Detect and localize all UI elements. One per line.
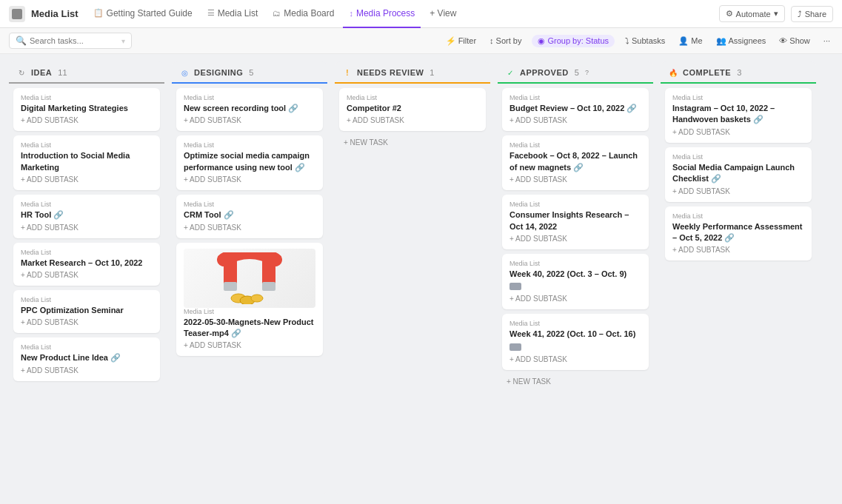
column-header-idea: ↻ IDEA 11 [9,61,164,84]
complete-icon: 🔥 [668,67,678,78]
card-designing-3: Media List CRM Tool 🔗 + ADD SUBTASK [176,195,323,238]
tab-icon-media-list: ☰ [207,8,215,18]
add-subtask-designing-1[interactable]: + ADD SUBTASK [184,114,315,125]
search-box[interactable]: 🔍 ▾ [9,33,132,49]
assignees-icon: 👥 [716,36,726,46]
add-subtask-idea-1[interactable]: + ADD SUBTASK [21,114,153,125]
add-subtask-needs-review-1[interactable]: + ADD SUBTASK [347,114,478,125]
me-button[interactable]: 👤 Me [675,35,705,47]
nav-actions: ⚙ Automate ▾ ⤴ Share [719,5,833,22]
sort-button[interactable]: ↕ Sort by [487,35,524,47]
add-subtask-designing-4[interactable]: + ADD SUBTASK [184,339,315,350]
filter-icon: ⚡ [446,36,456,46]
add-subtask-designing-2[interactable]: + ADD SUBTASK [184,173,315,184]
card-approved-5: Media List Week 41, 2022 (Oct. 10 – Oct.… [502,314,649,369]
add-subtask-approved-3[interactable]: + ADD SUBTASK [509,232,641,243]
chevron-down-icon: ▾ [774,9,778,19]
tab-view-add[interactable]: + View [424,0,462,28]
designing-icon: ◎ [179,67,190,78]
column-approved: ✓ APPROVED 5 ? Media List Budget Review … [498,61,653,494]
card-idea-6: Media List New Product Line Idea 🔗 + ADD… [13,337,160,380]
needs-review-icon: ! [342,67,352,78]
svg-point-6 [251,295,263,302]
add-subtask-approved-2[interactable]: + ADD SUBTASK [509,173,641,184]
column-body-approved: Media List Budget Review – Oct 10, 2022 … [498,84,653,494]
app-logo [9,6,25,22]
card-approved-1: Media List Budget Review – Oct 10, 2022 … [502,88,649,131]
card-idea-5: Media List PPC Optimization Seminar + AD… [13,290,160,333]
chevron-down-icon: ▾ [121,37,125,45]
new-task-approved[interactable]: + NEW TASK [502,374,649,389]
svg-rect-2 [224,282,237,291]
column-body-designing: Media List New screen recording tool 🔗 +… [172,84,327,494]
add-subtask-idea-3[interactable]: + ADD SUBTASK [21,221,153,232]
sort-icon: ↕ [490,36,494,45]
more-button[interactable]: ··· [821,35,833,47]
group-button[interactable]: ◉ Group by: Status [532,35,615,47]
assignees-button[interactable]: 👥 Assignees [713,35,769,47]
automate-button[interactable]: ⚙ Automate ▾ [719,5,785,22]
add-subtask-complete-3[interactable]: + ADD SUBTASK [672,243,804,255]
add-subtask-approved-1[interactable]: + ADD SUBTASK [509,114,641,125]
tab-media-board[interactable]: 🗂 Media Board [267,0,340,28]
toolbar: 🔍 ▾ ⚡ Filter ↕ Sort by ◉ Group by: Statu… [0,28,842,54]
search-input[interactable] [30,36,118,45]
subtasks-button[interactable]: ⤵ Subtasks [622,35,668,47]
column-header-needs-review: ! NEEDS REVIEW 1 [335,61,490,84]
add-subtask-idea-2[interactable]: + ADD SUBTASK [21,173,153,184]
column-body-needs-review: Media List Competitor #2 + ADD SUBTASK +… [335,84,490,494]
card-complete-3: Media List Weekly Performance Assessment… [665,206,812,261]
share-icon: ⤴ [798,10,802,19]
approved-icon: ✓ [505,67,515,78]
column-complete: 🔥 COMPLETE 3 Media List Instagram – Oct … [661,61,816,494]
column-designing: ◎ DESIGNING 5 Media List New screen reco… [172,61,327,494]
column-idea: ↻ IDEA 11 Media List Digital Marketing S… [9,61,164,494]
automate-icon: ⚙ [726,9,733,19]
card-approved-2: Media List Facebook – Oct 8, 2022 – Laun… [502,135,649,190]
column-header-approved: ✓ APPROVED 5 ? [498,61,653,84]
filter-button[interactable]: ⚡ Filter [443,35,479,47]
add-subtask-approved-4[interactable]: + ADD SUBTASK [509,292,641,303]
card-designing-4: Media List 2022-05-30-Magnets-New Produc… [176,243,323,357]
add-subtask-idea-5[interactable]: + ADD SUBTASK [21,316,153,327]
card-approved-4: Media List Week 40, 2022 (Oct. 3 – Oct. … [502,254,649,309]
badge-approved-4 [509,283,521,290]
svg-rect-3 [262,282,275,291]
tab-media-process[interactable]: ↕ Media Process [343,0,421,28]
card-designing-2: Media List Optimize social media campaig… [176,135,323,190]
add-subtask-designing-3[interactable]: + ADD SUBTASK [184,221,315,232]
tab-media-list[interactable]: ☰ Media List [201,0,264,28]
card-idea-2: Media List Introduction to Social Media … [13,135,160,190]
card-designing-1: Media List New screen recording tool 🔗 +… [176,88,323,131]
card-needs-review-1: Media List Competitor #2 + ADD SUBTASK [339,88,486,131]
add-subtask-complete-1[interactable]: + ADD SUBTASK [672,126,804,137]
search-icon: 🔍 [16,36,27,46]
eye-icon: 👁 [779,36,787,45]
add-subtask-idea-6[interactable]: + ADD SUBTASK [21,364,153,375]
card-complete-2: Media List Social Media Campaign Launch … [665,147,812,202]
add-subtask-approved-5[interactable]: + ADD SUBTASK [509,353,641,364]
card-approved-3: Media List Consumer Insights Research – … [502,195,649,249]
column-header-designing: ◎ DESIGNING 5 [172,61,327,84]
me-icon: 👤 [678,36,689,46]
subtasks-icon: ⤵ [625,36,629,45]
add-subtask-complete-2[interactable]: + ADD SUBTASK [672,185,804,196]
column-body-idea: Media List Digital Marketing Strategies … [9,84,164,494]
column-body-complete: Media List Instagram – Oct 10, 2022 – Ha… [661,84,816,494]
new-task-needs-review[interactable]: + NEW TASK [339,135,486,149]
card-idea-3: Media List HR Tool 🔗 + ADD SUBTASK [13,195,160,238]
magnet-image [184,249,315,308]
tab-icon-media-board: 🗂 [273,9,281,18]
approved-help-icon: ? [585,69,589,76]
share-button[interactable]: ⤴ Share [791,6,833,22]
card-complete-1: Media List Instagram – Oct 10, 2022 – Ha… [665,88,812,143]
magnet-svg [216,252,283,304]
tab-icon-media-process: ↕ [349,9,353,18]
idea-icon: ↻ [16,67,27,78]
tab-getting-started[interactable]: 📋 Getting Started Guide [87,0,198,28]
column-header-complete: 🔥 COMPLETE 3 [661,61,816,84]
show-button[interactable]: 👁 Show [776,35,813,47]
card-idea-1: Media List Digital Marketing Strategies … [13,88,160,131]
column-needs-review: ! NEEDS REVIEW 1 Media List Competitor #… [335,61,490,494]
add-subtask-idea-4[interactable]: + ADD SUBTASK [21,269,153,280]
